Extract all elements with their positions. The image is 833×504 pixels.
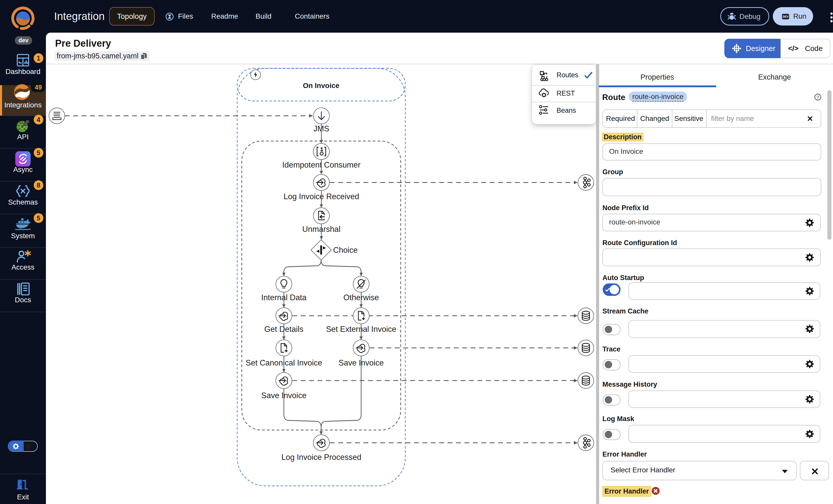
svg-text:JMS: JMS [313,124,329,133]
svg-text:Idempotent Consumer: Idempotent Consumer [282,161,361,169]
svg-text:Get Details: Get Details [264,325,303,334]
svg-text:Unmarshal: Unmarshal [302,225,340,234]
svg-text:Set Canonical Invoice: Set Canonical Invoice [246,358,322,367]
svg-text:Internal Data: Internal Data [261,293,307,302]
svg-text:Save Invoice: Save Invoice [261,391,307,400]
svg-text:On Invoice: On Invoice [303,81,339,90]
svg-text:Choice: Choice [333,246,358,255]
svg-text:Otherwise: Otherwise [343,293,379,302]
svg-text:Log Invoice Processed: Log Invoice Processed [281,453,361,462]
svg-text:Log Invoice Received: Log Invoice Received [284,192,359,201]
svg-text:Save Invoice: Save Invoice [338,358,384,367]
svg-text:?: ? [816,95,819,100]
svg-text:Set External Invoice: Set External Invoice [326,325,396,334]
